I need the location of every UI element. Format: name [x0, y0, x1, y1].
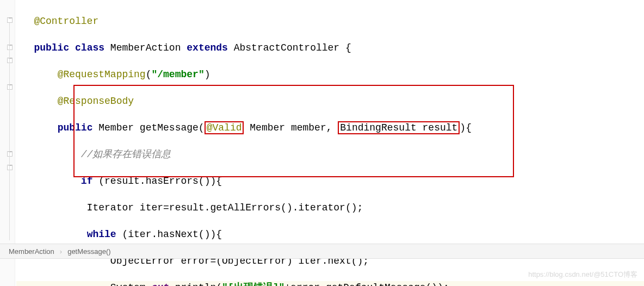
keyword-class: class: [75, 42, 104, 53]
breadcrumb-item[interactable]: MemberAction: [9, 247, 54, 256]
method-sig: Member getMessage(: [92, 122, 204, 133]
keyword-extends: extends: [187, 42, 228, 53]
params-close: ){: [460, 122, 472, 133]
paren: (: [146, 69, 152, 80]
out-field: out: [151, 282, 169, 287]
system: System.: [16, 282, 151, 287]
keyword-public: public: [34, 42, 69, 53]
annotation: @Controller: [34, 16, 98, 27]
highlight-binding-result: BindingResult result: [338, 121, 460, 134]
breadcrumb: MemberAction › getMessage(): [0, 244, 644, 259]
chevron-right-icon: ›: [60, 247, 62, 256]
watermark: https://blog.csdn.net/@51CTO博客: [528, 270, 637, 279]
println-end: +error.getDefaultMessage());: [284, 282, 449, 287]
paren: ): [205, 69, 210, 80]
annotation-response-body: @ResponseBody: [58, 96, 134, 107]
annotation-request-mapping: @RequestMapping: [58, 69, 146, 80]
highlight-valid: @Valid: [205, 121, 244, 134]
comment: //如果存在错误信息: [81, 149, 171, 160]
parent-class: AbstractController {: [228, 42, 351, 53]
binding-result: BindingResult result: [340, 122, 457, 133]
println: .println(: [169, 282, 222, 287]
iterator-line: Iterator iter=result.getAllErrors().iter…: [16, 202, 363, 213]
string-literal: "[出现错误]": [222, 282, 284, 287]
annotation-valid: @Valid: [207, 122, 242, 133]
params: Member member,: [244, 122, 338, 133]
keyword-public: public: [58, 122, 93, 133]
string-literal: "/member": [151, 69, 204, 80]
if-cond: (result.hasErrors()){: [92, 176, 222, 186]
breadcrumb-item[interactable]: getMessage(): [67, 247, 110, 256]
keyword-while: while: [87, 229, 116, 240]
class-name: MemberAction: [104, 42, 187, 53]
while-cond: (iter.hasNext()){: [116, 229, 222, 240]
keyword-if: if: [81, 176, 93, 186]
